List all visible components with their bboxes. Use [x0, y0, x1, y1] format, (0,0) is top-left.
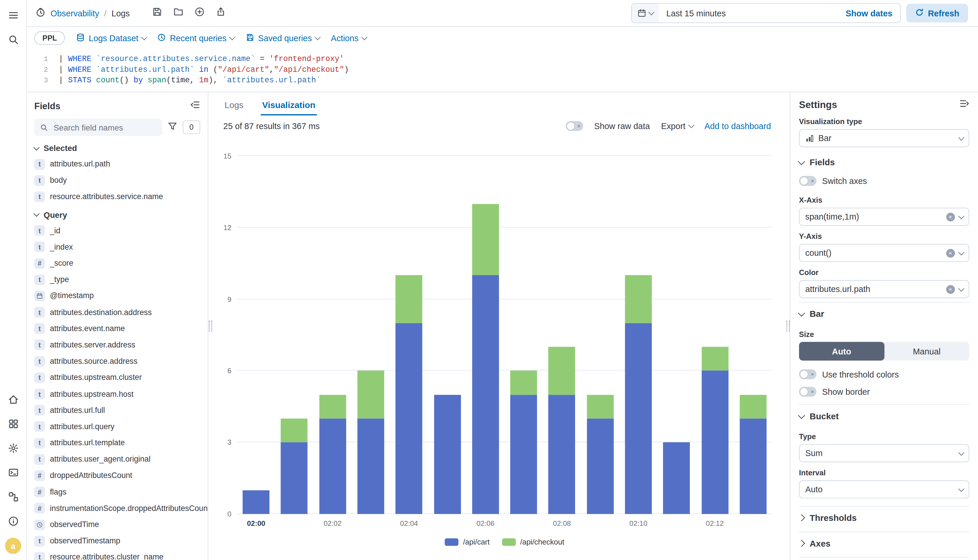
export-button[interactable]: Export: [661, 122, 693, 131]
filter-count-badge[interactable]: 0: [183, 120, 200, 134]
bucket-accordion[interactable]: Bucket: [799, 404, 969, 426]
collapse-fields-panel-icon[interactable]: [190, 100, 200, 112]
code-line[interactable]: | WHERE `attributes.url.path` in ("/api/…: [59, 65, 349, 74]
field-item[interactable]: t_index: [27, 239, 208, 255]
info-icon[interactable]: [5, 513, 20, 528]
field-item[interactable]: @timestamp: [27, 288, 208, 304]
filter-funnel-icon[interactable]: [168, 122, 177, 133]
bar-02:08[interactable]: [548, 347, 575, 514]
bar-accordion[interactable]: Bar: [799, 302, 969, 324]
code-line[interactable]: | STATS count() by span(time, 1m), `attr…: [59, 76, 321, 85]
field-item[interactable]: t_type: [27, 272, 208, 288]
bar-02:05[interactable]: [434, 395, 461, 514]
field-item[interactable]: tobservedTimestamp: [27, 533, 208, 549]
bar-02:12[interactable]: [701, 347, 728, 514]
bar-02:01[interactable]: [281, 418, 308, 514]
clear-icon[interactable]: ×: [946, 248, 955, 257]
field-item[interactable]: tattributes.user_agent.original: [27, 451, 208, 467]
saved-queries-button[interactable]: Saved queries: [245, 33, 320, 43]
actions-button[interactable]: Actions: [331, 33, 366, 43]
refresh-button[interactable]: Refresh: [906, 4, 968, 22]
color-select[interactable]: attributes.url.path ×: [799, 280, 969, 298]
apps-icon[interactable]: [5, 416, 20, 431]
field-item[interactable]: #_score: [27, 255, 208, 272]
field-item[interactable]: tattributes.source.address: [27, 353, 208, 369]
field-item[interactable]: observedTime: [27, 517, 208, 533]
switch-axes-toggle[interactable]: ×: [799, 176, 816, 186]
collapse-settings-panel-icon[interactable]: [959, 99, 969, 111]
calendar-icon[interactable]: [632, 4, 659, 22]
user-avatar[interactable]: a: [5, 538, 21, 554]
field-item[interactable]: #flags: [27, 484, 208, 500]
legend-item[interactable]: /api/cart: [445, 538, 490, 547]
bucket-type-select[interactable]: Sum: [799, 444, 969, 462]
axes-accordion[interactable]: Axes: [799, 532, 969, 553]
field-item[interactable]: tattributes.url.path: [27, 156, 208, 172]
show-raw-data-toggle[interactable]: ×: [565, 121, 583, 131]
bar-02:09[interactable]: [587, 395, 614, 514]
settings-gear-icon[interactable]: [5, 440, 20, 455]
home-icon[interactable]: [5, 392, 20, 407]
show-border-toggle[interactable]: ×: [799, 387, 816, 397]
size-manual-button[interactable]: Manual: [884, 342, 969, 361]
fields-resize-handle[interactable]: [208, 92, 212, 560]
dev-tools-icon[interactable]: [5, 465, 20, 480]
save-icon[interactable]: [152, 7, 162, 20]
bar-02:06[interactable]: [472, 204, 499, 514]
query-language-badge[interactable]: PPL: [35, 31, 65, 45]
field-search-input[interactable]: [52, 122, 157, 133]
field-item[interactable]: #droppedAttributesCount: [27, 467, 208, 484]
use-threshold-colors-toggle[interactable]: ×: [799, 369, 816, 379]
bar-02:07[interactable]: [510, 371, 537, 514]
bar-02:00[interactable]: [243, 490, 270, 514]
code-line[interactable]: | WHERE `resource.attributes.service.nam…: [59, 55, 344, 63]
x-axis-select[interactable]: span(time,1m) ×: [799, 208, 969, 226]
open-folder-icon[interactable]: [173, 7, 183, 20]
show-dates-button[interactable]: Show dates: [838, 8, 900, 18]
field-item[interactable]: tattributes.url.template: [27, 435, 208, 451]
bar-02:04[interactable]: [396, 275, 422, 514]
integrations-icon[interactable]: [5, 489, 20, 504]
menu-icon[interactable]: [5, 8, 20, 22]
field-item[interactable]: tbody: [27, 172, 208, 188]
tab-visualization[interactable]: Visualization: [261, 100, 317, 115]
time-range-value[interactable]: Last 15 minutes: [659, 8, 733, 18]
field-section-header[interactable]: Selected: [27, 138, 208, 156]
bar-02:10[interactable]: [625, 275, 652, 514]
breadcrumb-app-link[interactable]: Observability: [50, 8, 99, 18]
field-item[interactable]: tattributes.url.full: [27, 402, 208, 418]
settings-resize-handle[interactable]: [786, 92, 790, 560]
new-item-icon[interactable]: [195, 7, 205, 20]
field-section-header[interactable]: Query: [27, 205, 208, 222]
tab-logs[interactable]: Logs: [223, 100, 245, 115]
field-item[interactable]: #instrumentationScope.droppedAttributesC…: [27, 500, 208, 517]
query-editor[interactable]: 1| WHERE `resource.attributes.service.na…: [27, 48, 978, 93]
field-item[interactable]: tattributes.url.query: [27, 418, 208, 435]
bar-02:02[interactable]: [319, 395, 346, 514]
bar-02:03[interactable]: [357, 371, 384, 514]
field-item[interactable]: tresource.attributes.cluster_name: [27, 549, 208, 560]
y-axis-select[interactable]: count() ×: [799, 244, 969, 262]
search-icon[interactable]: [5, 32, 20, 47]
dataset-selector[interactable]: Logs Dataset: [76, 33, 146, 43]
viz-type-select[interactable]: Bar: [799, 129, 969, 147]
bar-02:13[interactable]: [740, 395, 766, 514]
legend-item[interactable]: /api/checkout: [502, 538, 564, 547]
fields-accordion[interactable]: Fields: [799, 151, 969, 172]
field-item[interactable]: tattributes.destination.address: [27, 304, 208, 321]
clear-icon[interactable]: ×: [946, 212, 955, 221]
add-to-dashboard-link[interactable]: Add to dashboard: [705, 122, 771, 131]
share-icon[interactable]: [216, 7, 226, 20]
thresholds-accordion[interactable]: Thresholds: [799, 506, 969, 528]
field-item[interactable]: tattributes.upstream.host: [27, 386, 208, 402]
field-item[interactable]: t_id: [27, 222, 208, 239]
field-item[interactable]: tattributes.upstream.cluster: [27, 369, 208, 386]
bucket-interval-select[interactable]: Auto: [799, 480, 969, 498]
size-auto-button[interactable]: Auto: [799, 342, 884, 361]
recent-queries-button[interactable]: Recent queries: [157, 33, 234, 43]
field-item[interactable]: tattributes.server.address: [27, 337, 208, 353]
clear-icon[interactable]: ×: [946, 285, 955, 293]
field-item[interactable]: tattributes.event.name: [27, 320, 208, 337]
bar-02:11[interactable]: [663, 442, 690, 514]
field-item[interactable]: tresource.attributes.service.name: [27, 188, 208, 205]
